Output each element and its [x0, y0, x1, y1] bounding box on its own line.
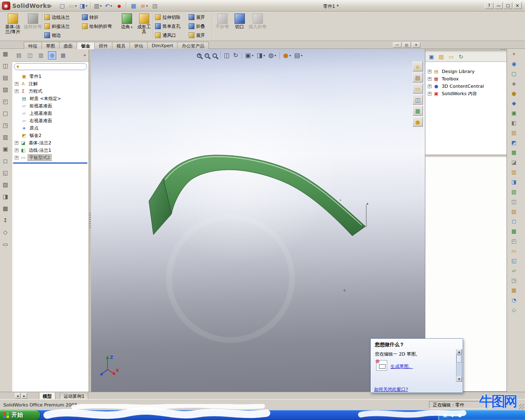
panel-chevron-icon[interactable]: » — [83, 52, 86, 58]
expand-icon[interactable] — [15, 148, 18, 152]
design-library-tab-icon[interactable] — [413, 73, 423, 82]
right-toolbar-icon-13[interactable] — [509, 167, 518, 176]
new-document-icon[interactable] — [57, 1, 67, 10]
tab-sheet-metal[interactable]: 钣金 — [77, 42, 95, 49]
tab-sketch[interactable]: 草图 — [41, 42, 59, 49]
open-icon[interactable] — [68, 1, 78, 10]
tab-dimxpert[interactable]: DimXpert — [147, 42, 178, 49]
panel-splitter[interactable] — [89, 49, 91, 392]
tree-filter-input[interactable]: ▼ — [14, 63, 87, 70]
unfold-button[interactable]: 展开 — [189, 13, 205, 21]
right-toolbar-icon-21[interactable] — [509, 246, 518, 255]
doc-close-button[interactable]: × — [412, 42, 420, 48]
create-folder-icon[interactable] — [447, 53, 455, 61]
rip-button[interactable]: 切口 — [232, 12, 247, 39]
right-toolbar-icon-24[interactable] — [509, 276, 518, 285]
view-palette-tab-icon[interactable] — [413, 106, 423, 116]
hem-button[interactable]: 褶边 — [44, 31, 70, 39]
left-toolbar-icon-2[interactable] — [1, 61, 10, 70]
scroll-up-icon[interactable]: ▲ — [457, 349, 462, 354]
doc-restore-button[interactable]: ◱ — [402, 42, 411, 48]
left-toolbar-icon-3[interactable] — [1, 73, 10, 82]
tab-features[interactable]: 特征 — [24, 42, 42, 49]
library-item-solidworks-content[interactable]: SolidWorks 内容 — [425, 90, 507, 97]
close-button[interactable]: × — [513, 2, 522, 9]
solidworks-resources-icon[interactable] — [413, 62, 423, 71]
tab-evaluate[interactable]: 评估 — [130, 42, 148, 49]
add-to-library-icon[interactable] — [428, 53, 435, 61]
view-orientation-icon[interactable] — [245, 52, 253, 59]
corner-button[interactable]: 边角 — [120, 12, 134, 39]
property-manager-tab-icon[interactable] — [26, 51, 34, 59]
tree-item-base-flange[interactable]: 基体-法兰2 — [12, 139, 89, 146]
library-item-design-library[interactable]: Design Library — [425, 68, 507, 75]
tree-item-origin[interactable]: 原点 — [12, 124, 89, 132]
file-explorer-tab-icon[interactable] — [413, 84, 423, 94]
left-toolbar-icon-16[interactable] — [1, 228, 10, 237]
zoom-area-icon[interactable] — [205, 53, 209, 58]
simple-hole-button[interactable]: 简单直孔 — [155, 22, 180, 30]
tab-surfaces[interactable]: 曲面 — [59, 42, 77, 49]
doc-minimize-button[interactable]: — — [393, 42, 402, 48]
right-toolbar-icon-16[interactable] — [509, 197, 518, 206]
extruded-cut-button[interactable]: 拉伸切除 — [155, 13, 180, 21]
edit-appearance-icon[interactable] — [283, 52, 291, 59]
fold-button[interactable]: 折叠 — [189, 22, 205, 30]
sketch-origin-cross[interactable] — [343, 289, 346, 292]
expand-icon[interactable] — [15, 82, 18, 86]
design-table-icon[interactable] — [129, 1, 138, 10]
tree-item-flat-pattern[interactable]: 平板型式2 — [12, 154, 89, 161]
edge-flange-button[interactable]: 边线法兰 — [44, 13, 70, 21]
flatten-button[interactable]: 展开 — [189, 31, 205, 39]
refresh-icon[interactable] — [457, 53, 465, 61]
left-toolbar-icon-17[interactable] — [1, 240, 10, 249]
expand-icon[interactable] — [15, 141, 18, 145]
save-icon[interactable] — [79, 1, 88, 10]
splitter-grip[interactable] — [89, 213, 91, 229]
forming-tool-button[interactable]: 成形工具 — [136, 12, 152, 39]
expand-icon[interactable] — [428, 84, 431, 88]
scroll-thumb[interactable] — [457, 355, 462, 363]
right-toolbar-icon-15[interactable] — [509, 187, 518, 196]
right-toolbar-icon-7[interactable] — [509, 108, 518, 117]
tab-motion-study[interactable]: 运动算例1 — [60, 393, 88, 399]
feature-manager-tab-icon[interactable] — [15, 51, 23, 59]
sketch-point[interactable] — [367, 203, 368, 204]
expand-icon[interactable] — [428, 70, 431, 73]
right-toolbar-icon-9[interactable] — [509, 128, 518, 137]
search-tab-icon[interactable] — [413, 95, 423, 105]
zoom-fit-icon[interactable] — [197, 53, 201, 58]
tree-item-front-plane[interactable]: 前视基准面 — [12, 102, 89, 110]
left-toolbar-icon-13[interactable] — [1, 192, 10, 201]
right-toolbar-icon-27[interactable] — [509, 305, 518, 314]
right-toolbar-icon-25[interactable] — [509, 285, 518, 294]
left-toolbar-icon-9[interactable] — [1, 144, 10, 153]
tab-weldments[interactable]: 焊件 — [94, 42, 112, 49]
tree-item-part[interactable]: 零件1 — [12, 73, 89, 80]
display-style-icon[interactable] — [257, 52, 265, 59]
tray-icon[interactable]: ● — [457, 412, 463, 418]
right-toolbar-icon-11[interactable] — [509, 148, 518, 157]
options-icon[interactable] — [150, 1, 160, 10]
right-toolbar-icon-26[interactable] — [509, 295, 518, 304]
right-toolbar-icon-12[interactable] — [509, 158, 518, 167]
minimize-button[interactable]: — — [494, 2, 503, 9]
print-icon[interactable] — [93, 1, 103, 10]
left-toolbar-icon-6[interactable] — [1, 109, 10, 118]
left-toolbar-icon-10[interactable] — [1, 156, 10, 165]
expand-icon[interactable] — [428, 77, 431, 81]
zoom-previous-icon[interactable] — [212, 53, 217, 58]
right-toolbar-icon-19[interactable] — [509, 226, 518, 235]
popup-scrollbar[interactable]: ▲ ▼ — [456, 349, 462, 382]
rotate-view-icon[interactable] — [233, 52, 238, 59]
start-button[interactable]: 开始 — [0, 410, 40, 420]
right-toolbar-icon-6[interactable] — [509, 98, 518, 107]
resize-grip[interactable] — [519, 404, 524, 409]
sketch-point[interactable] — [340, 200, 341, 201]
section-view-icon[interactable] — [224, 52, 230, 59]
help-button[interactable]: ? — [485, 2, 493, 9]
appearances-tab-icon[interactable] — [413, 117, 423, 127]
tab-mold-tools[interactable]: 模具 — [112, 42, 130, 49]
tree-item-equations[interactable]: 方程式 — [12, 87, 89, 95]
right-toolbar-icon-10[interactable] — [509, 138, 518, 147]
